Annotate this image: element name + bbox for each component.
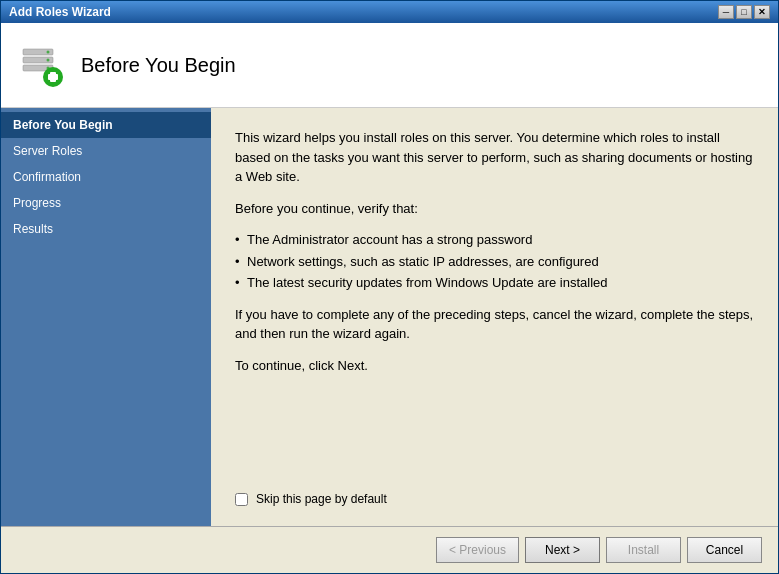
bullet-item-2: Network settings, such as static IP addr…: [235, 252, 754, 272]
cancel-paragraph: If you have to complete any of the prece…: [235, 305, 754, 344]
main-content: Before You Begin Server Roles Confirmati…: [1, 108, 778, 526]
intro-paragraph: This wizard helps you install roles on t…: [235, 128, 754, 187]
minimize-button[interactable]: ─: [718, 5, 734, 19]
footer: < Previous Next > Install Cancel: [1, 526, 778, 573]
verify-paragraph: Before you continue, verify that:: [235, 199, 754, 219]
sidebar-item-results[interactable]: Results: [1, 216, 211, 242]
bullet-item-3: The latest security updates from Windows…: [235, 273, 754, 293]
bullet-item-1: The Administrator account has a strong p…: [235, 230, 754, 250]
title-bar: Add Roles Wizard ─ □ ✕: [1, 1, 778, 23]
sidebar-item-server-roles[interactable]: Server Roles: [1, 138, 211, 164]
server-plus-icon: [17, 41, 65, 89]
svg-rect-8: [48, 74, 58, 80]
header-panel: Before You Begin: [1, 23, 778, 108]
previous-button[interactable]: < Previous: [436, 537, 519, 563]
sidebar-item-confirmation[interactable]: Confirmation: [1, 164, 211, 190]
svg-point-3: [47, 51, 50, 54]
bullet-list: The Administrator account has a strong p…: [235, 230, 754, 293]
window-title: Add Roles Wizard: [9, 5, 111, 19]
sidebar-item-before-you-begin[interactable]: Before You Begin: [1, 112, 211, 138]
skip-label[interactable]: Skip this page by default: [256, 492, 387, 506]
header-title: Before You Begin: [81, 54, 236, 77]
content-area: This wizard helps you install roles on t…: [211, 108, 778, 526]
skip-checkbox[interactable]: [235, 493, 248, 506]
maximize-button[interactable]: □: [736, 5, 752, 19]
close-button[interactable]: ✕: [754, 5, 770, 19]
next-button[interactable]: Next >: [525, 537, 600, 563]
next-paragraph: To continue, click Next.: [235, 356, 754, 376]
cancel-button[interactable]: Cancel: [687, 537, 762, 563]
install-button[interactable]: Install: [606, 537, 681, 563]
sidebar: Before You Begin Server Roles Confirmati…: [1, 108, 211, 526]
wizard-icon: [17, 41, 65, 89]
sidebar-item-progress[interactable]: Progress: [1, 190, 211, 216]
title-bar-controls: ─ □ ✕: [718, 5, 770, 19]
svg-point-4: [47, 59, 50, 62]
add-roles-wizard-window: Add Roles Wizard ─ □ ✕: [0, 0, 779, 574]
skip-row: Skip this page by default: [235, 492, 754, 506]
